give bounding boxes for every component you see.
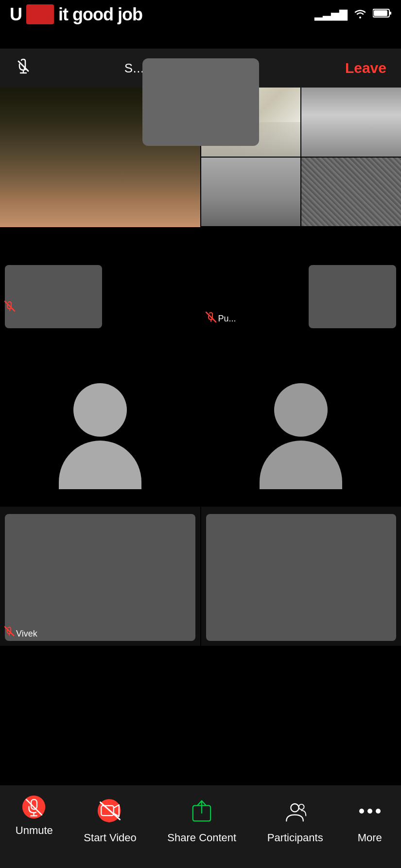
start-video-label: Start Video bbox=[84, 832, 136, 844]
more-label: More bbox=[358, 832, 382, 844]
svg-rect-1 bbox=[389, 12, 391, 15]
mute-icon[interactable] bbox=[15, 57, 32, 79]
more-button[interactable]: More bbox=[354, 795, 385, 844]
battery-icon bbox=[373, 8, 391, 21]
participant-video-4: Pu... bbox=[201, 227, 401, 366]
toolbar-meeting-title: S... bbox=[124, 61, 144, 76]
video-grid: Pu... Vivek bbox=[0, 88, 401, 785]
participant-video-2b bbox=[301, 88, 401, 157]
avatar-1-figure bbox=[59, 383, 141, 489]
avatar-2-figure bbox=[260, 383, 342, 489]
signal-icon: ▂▃▅▇ bbox=[314, 8, 348, 21]
unmute-label: Unmute bbox=[16, 824, 53, 837]
video-grid-area: Pu... Vivek bbox=[0, 88, 401, 785]
mic-muted-icon bbox=[22, 795, 46, 819]
unmute-button[interactable]: Unmute bbox=[16, 795, 53, 837]
participants-button[interactable]: Participants bbox=[267, 795, 323, 844]
participant-video-3 bbox=[0, 227, 200, 366]
wifi-icon bbox=[353, 8, 367, 21]
svg-rect-2 bbox=[374, 10, 387, 16]
share-content-button[interactable]: Share Content bbox=[167, 795, 236, 844]
participant-avatar-2 bbox=[201, 367, 401, 506]
leave-button[interactable]: Leave bbox=[345, 60, 386, 76]
video-off-icon bbox=[94, 795, 126, 827]
title-u: U bbox=[10, 4, 26, 24]
participants-icon bbox=[279, 795, 311, 827]
bottom-toolbar: Unmute Start Video Share Content bbox=[0, 785, 401, 868]
more-icon bbox=[354, 795, 385, 827]
participant-vivek: Vivek bbox=[0, 507, 200, 645]
title-highlight: got bbox=[26, 4, 54, 24]
participant-4-name: Pu... bbox=[218, 314, 236, 324]
participants-label: Participants bbox=[267, 832, 323, 844]
participant-video-2d bbox=[301, 158, 401, 227]
status-bar: U got it good job ▂▃▅▇ bbox=[0, 0, 401, 29]
toolbar-dropdown bbox=[142, 58, 259, 146]
share-icon bbox=[186, 795, 218, 827]
avatar-1-body bbox=[59, 441, 141, 489]
avatar-1-head bbox=[73, 383, 127, 437]
start-video-button[interactable]: Start Video bbox=[84, 795, 136, 844]
participant-video-2c bbox=[201, 158, 301, 227]
vivek-name-label: Vivek bbox=[16, 629, 37, 639]
status-icons: ▂▃▅▇ bbox=[314, 8, 391, 21]
avatar-2-head bbox=[274, 383, 328, 437]
dot-1 bbox=[359, 809, 364, 814]
avatar-2-body bbox=[260, 441, 342, 489]
dot-3 bbox=[376, 809, 381, 814]
dot-2 bbox=[367, 809, 372, 814]
svg-point-11 bbox=[291, 804, 299, 812]
participant-avatar-1 bbox=[0, 367, 200, 506]
svg-point-12 bbox=[299, 804, 304, 809]
title-rest: it good job bbox=[54, 4, 142, 24]
participant-video-8 bbox=[201, 507, 401, 645]
share-content-label: Share Content bbox=[167, 832, 236, 844]
status-title: U got it good job bbox=[10, 4, 142, 25]
